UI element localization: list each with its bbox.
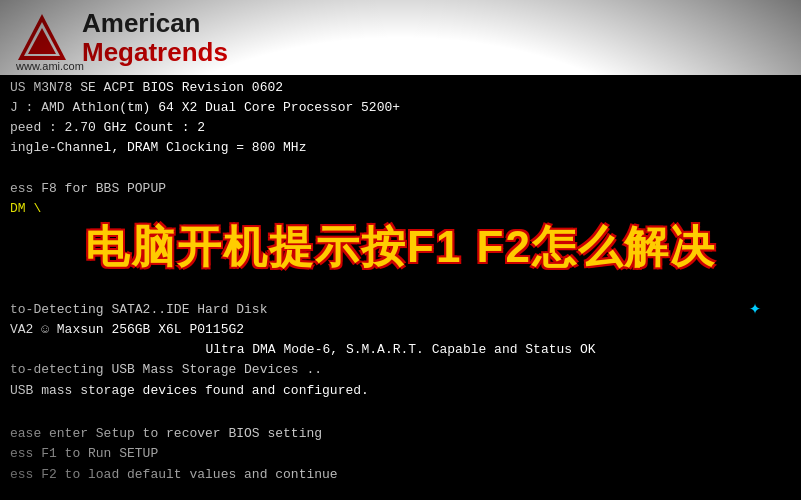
- ami-text-block: American Megatrends: [82, 9, 228, 66]
- ami-url: www.ami.com: [16, 60, 84, 72]
- bios-line-15: ess F1 to Run SETUP: [10, 444, 338, 465]
- bios-upper-text: US M3N78 SE ACPI BIOS Revision 0602 J : …: [10, 78, 791, 219]
- bios-line-10: Ultra DMA Mode-6, S.M.A.R.T. Capable and…: [10, 340, 791, 360]
- bios-line-7: DM \: [10, 199, 791, 219]
- bios-line-11: to-detecting USB Mass Storage Devices ..: [10, 360, 791, 380]
- bios-lower-text: to-Detecting SATA2..IDE Hard Disk VA2 ☺ …: [10, 300, 791, 401]
- bios-line-8: to-Detecting SATA2..IDE Hard Disk: [10, 300, 791, 320]
- bios-line-14: ease enter Setup to recover BIOS setting: [10, 424, 338, 445]
- bios-line-3: peed : 2.70 GHz Count : 2: [10, 118, 791, 138]
- chinese-title: 电脑开机提示按F1 F2怎么解决: [0, 218, 801, 277]
- smiley-emoji-right: ☺: [748, 228, 765, 259]
- bios-line-2: J : AMD Athlon(tm) 64 X2 Dual Core Proce…: [10, 98, 791, 118]
- ami-banner: American Megatrends www.ami.com: [0, 0, 801, 75]
- ami-american-text: American: [82, 9, 228, 38]
- ami-logo: [16, 12, 68, 64]
- bios-line-16: ess F2 to load default values and contin…: [10, 465, 338, 486]
- bios-line-5: [10, 159, 791, 179]
- bios-line-1: US M3N78 SE ACPI BIOS Revision 0602: [10, 78, 791, 98]
- bios-line-6: ess F8 for BBS POPUP: [10, 179, 791, 199]
- bios-line-9: VA2 ☺ Maxsun 256GB X6L P0115G2: [10, 320, 791, 340]
- ami-megatrends-text: Megatrends: [82, 38, 228, 67]
- bios-line-4: ingle-Channel, DRAM Clocking = 800 MHz: [10, 138, 791, 158]
- screen: American Megatrends www.ami.com US M3N78…: [0, 0, 801, 500]
- bios-bottom-text: ease enter Setup to recover BIOS setting…: [10, 424, 338, 486]
- sparkle-icon: ✦: [749, 295, 761, 320]
- bios-line-12: USB mass storage devices found and confi…: [10, 381, 791, 401]
